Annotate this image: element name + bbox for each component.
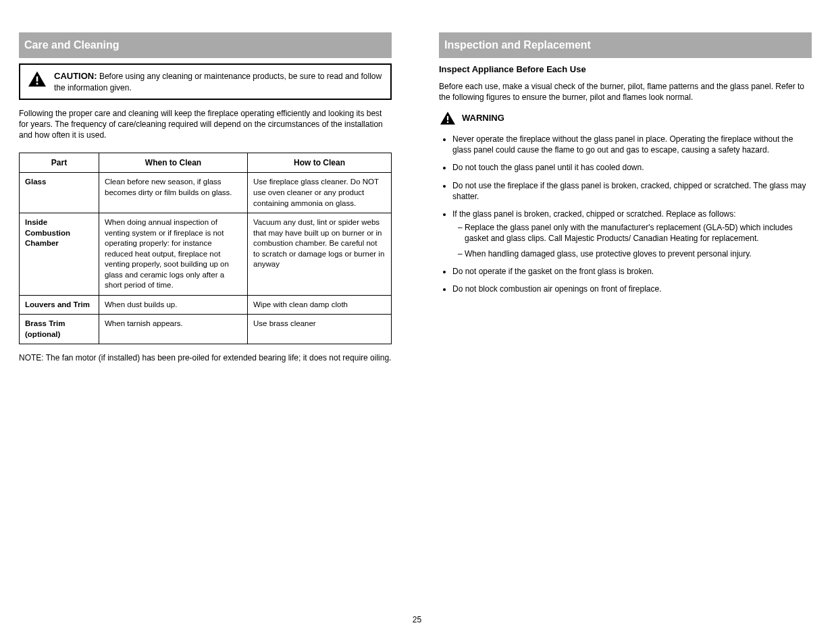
svg-rect-2 <box>447 116 448 120</box>
cell-how: Vacuum any dust, lint or spider webs tha… <box>248 213 392 296</box>
warning-inline: WARNING <box>439 111 504 126</box>
left-column: Care and Cleaning CAUTION: Before using … <box>19 32 392 363</box>
th-when: When to Clean <box>99 153 248 173</box>
caution-body: Before using any cleaning or maintenance… <box>54 72 382 92</box>
section-title-left: Care and Cleaning <box>19 32 392 58</box>
cell-part: Glass <box>20 173 99 213</box>
list-item-text: If the glass panel is broken, cracked, c… <box>452 209 736 219</box>
table-row: Glass Clean before new season, if glass … <box>20 173 392 213</box>
caution-label: CAUTION: <box>54 71 97 81</box>
cell-when: When tarnish appears. <box>99 315 248 344</box>
section-title-right: Inspection and Replacement <box>439 32 812 58</box>
care-cleaning-table: Part When to Clean How to Clean Glass Cl… <box>19 153 392 344</box>
list-item: Do not touch the glass panel until it ha… <box>452 162 812 173</box>
cell-when: When doing annual inspection of venting … <box>99 213 248 296</box>
list-item: Do not operate if the gasket on the fron… <box>452 266 812 277</box>
right-column: Inspection and Replacement Inspect Appli… <box>439 32 812 363</box>
th-part: Part <box>20 153 99 173</box>
cell-when: When dust builds up. <box>99 295 248 315</box>
caution-text: CAUTION: Before using any cleaning or ma… <box>54 70 384 93</box>
warning-bullet-list: Never operate the fireplace without the … <box>439 134 812 294</box>
list-item: Do not block combustion air openings on … <box>452 284 812 294</box>
caution-icon <box>27 70 47 88</box>
cell-when: Clean before new season, if glass become… <box>99 173 248 213</box>
list-item: Never operate the fireplace without the … <box>452 134 812 155</box>
warning-label: WARNING <box>462 112 504 124</box>
inspect-para: Before each use, make a visual check of … <box>439 81 812 103</box>
cell-part: Brass Trim (optional) <box>20 315 99 344</box>
table-row: Louvers and Trim When dust builds up. Wi… <box>20 295 392 315</box>
cell-how: Use fireplace glass cleaner. Do NOT use … <box>248 173 392 213</box>
list-item: Do not use the fireplace if the glass pa… <box>452 180 812 202</box>
table-row: Inside Combustion Chamber When doing ann… <box>20 213 392 296</box>
cell-part: Louvers and Trim <box>20 295 99 315</box>
care-intro: Following the proper care and cleaning w… <box>19 108 392 141</box>
page-number: 25 <box>413 614 421 625</box>
list-item: When handling damaged glass, use protect… <box>465 248 812 259</box>
cell-part: Inside Combustion Chamber <box>20 213 99 296</box>
inspect-subhead: Inspect Appliance Before Each Use <box>439 63 812 76</box>
warning-icon <box>439 111 457 126</box>
table-row: Brass Trim (optional) When tarnish appea… <box>20 315 392 344</box>
list-item: If the glass panel is broken, cracked, c… <box>452 209 812 259</box>
svg-rect-1 <box>36 83 38 85</box>
cell-how: Wipe with clean damp cloth <box>248 295 392 315</box>
th-how: How to Clean <box>248 153 392 173</box>
caution-box: CAUTION: Before using any cleaning or ma… <box>19 63 392 100</box>
cell-how: Use brass cleaner <box>248 315 392 344</box>
table-header-row: Part When to Clean How to Clean <box>20 153 392 173</box>
svg-rect-3 <box>447 122 448 123</box>
svg-rect-0 <box>36 76 38 81</box>
list-item: Replace the glass panel only with the ma… <box>465 222 812 244</box>
sub-bullet-list: Replace the glass panel only with the ma… <box>452 222 812 259</box>
fan-note: NOTE: The fan motor (if installed) has b… <box>19 352 392 363</box>
